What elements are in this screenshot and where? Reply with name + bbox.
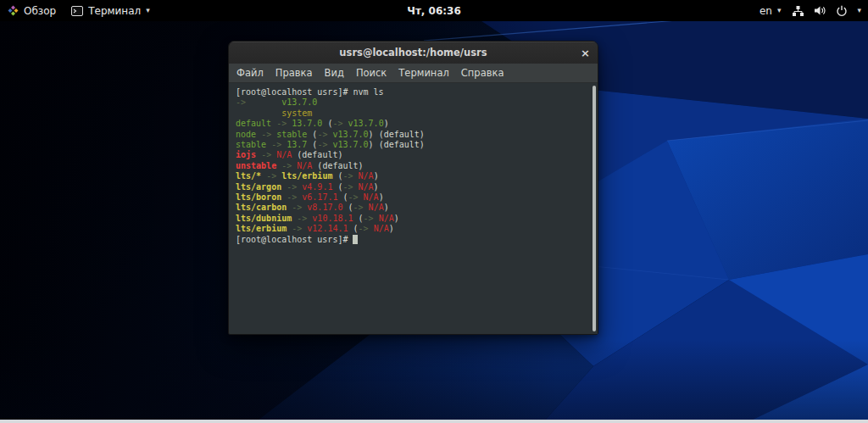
terminal-text-segment: v12.14.1	[307, 224, 348, 233]
terminal-text-segment: v13.7.0	[348, 119, 384, 128]
terminal-app-icon	[71, 6, 83, 16]
terminal-output: [root@localhost usrs]# nvm ls-> v13.7.0 …	[236, 87, 589, 245]
terminal-text-segment: [root@localhost usrs]# nvm ls	[236, 87, 384, 97]
chevron-down-icon: ▾	[777, 7, 782, 14]
power-icon	[836, 5, 848, 17]
terminal-text-segment: ) (default)	[369, 140, 425, 149]
scrollbar[interactable]	[593, 86, 596, 331]
terminal-line: lts/boron -> v6.17.1 (-> N/A)	[236, 192, 589, 203]
top-bar: Обзор Терминал ▾ Чт, 06:36 en ▾	[0, 0, 868, 21]
terminal-text-segment: ->	[359, 224, 369, 233]
menu-item-3[interactable]: Поиск	[350, 64, 392, 83]
terminal-text-segment: v13.7.0	[281, 97, 317, 107]
terminal-text-segment: )	[374, 182, 379, 192]
terminal-text-segment: N/A	[359, 171, 374, 181]
terminal-text-segment: [root@localhost usrs]#	[236, 235, 353, 244]
keyboard-layout-label: en	[760, 5, 772, 17]
window-titlebar[interactable]: usrs@localhost:/home/usrs ×	[229, 42, 598, 64]
terminal-line: iojs -> N/A (default)	[236, 150, 589, 160]
terminal-text-segment: lts/boron	[236, 192, 281, 202]
app-menu-terminal[interactable]: Терминал ▾	[71, 0, 150, 21]
screen-bottom-strip	[0, 420, 868, 423]
terminal-text-segment: (	[353, 214, 364, 223]
terminal-text-segment: (	[348, 224, 359, 233]
terminal-text-segment: (	[307, 140, 317, 149]
terminal-text-segment: default	[236, 119, 271, 128]
terminal-text-segment: lts/erbium	[281, 171, 332, 181]
terminal-content[interactable]: [root@localhost usrs]# nvm ls-> v13.7.0 …	[229, 83, 598, 334]
terminal-text-segment: v13.7.0	[332, 130, 368, 139]
terminal-text-segment: ->	[276, 119, 287, 128]
terminal-text-segment: ->	[266, 171, 276, 181]
terminal-text-segment: lts/*	[236, 171, 261, 181]
terminal-line: lts/dubnium -> v10.18.1 (-> N/A)	[236, 214, 589, 224]
chevron-down-icon: ▾	[857, 7, 861, 14]
terminal-text-segment: lts/dubnium	[236, 214, 292, 223]
terminal-text-segment: N/A	[276, 150, 292, 159]
close-button[interactable]: ×	[581, 42, 590, 64]
menu-item-2[interactable]: Вид	[319, 64, 350, 83]
terminal-text-segment: v4.9.1	[302, 182, 332, 192]
terminal-text-segment: stable	[236, 140, 266, 149]
terminal-text-segment: stable	[276, 130, 307, 139]
terminal-line: node -> stable (-> v13.7.0) (default)	[236, 130, 589, 140]
centos-logo-icon	[8, 5, 19, 16]
activities-label: Обзор	[24, 5, 56, 17]
chevron-down-icon: ▾	[146, 7, 150, 14]
terminal-text-segment: (	[322, 119, 332, 128]
terminal-text-segment: (	[307, 130, 317, 139]
terminal-text-segment: )	[384, 203, 389, 212]
activities-button[interactable]: Обзор	[8, 0, 56, 21]
terminal-line: lts/* -> lts/erbium (-> N/A)	[236, 171, 589, 181]
terminal-text-segment: (	[337, 192, 348, 202]
terminal-text-segment: (	[332, 182, 342, 192]
terminal-text-segment: v13.7.0	[332, 140, 368, 149]
keyboard-layout-indicator[interactable]: en ▾	[760, 0, 782, 21]
window-title: usrs@localhost:/home/usrs	[339, 47, 487, 58]
terminal-text-segment: ->	[317, 130, 327, 139]
menu-item-1[interactable]: Правка	[270, 64, 319, 83]
terminal-text-segment: ) (default)	[369, 130, 425, 139]
terminal-window: usrs@localhost:/home/usrs × ФайлПравкаВи…	[228, 41, 598, 335]
terminal-line: lts/carbon -> v8.17.0 (-> N/A)	[236, 203, 589, 213]
terminal-text-segment: system	[236, 109, 312, 118]
terminal-text-segment: v6.17.1	[302, 192, 337, 202]
terminal-text-segment: ->	[236, 97, 246, 107]
terminal-text-segment: ->	[292, 203, 302, 212]
terminal-text-segment: v10.18.1	[312, 214, 353, 223]
terminal-text-segment: N/A	[374, 224, 389, 233]
terminal-text-segment: N/A	[359, 182, 374, 192]
terminal-line: [root@localhost usrs]# nvm ls	[236, 87, 589, 97]
terminal-text-segment: ->	[287, 192, 297, 202]
terminal-text-segment: lts/argon	[236, 182, 281, 192]
terminal-text-segment: v8.17.0	[307, 203, 342, 212]
terminal-cursor	[353, 235, 358, 244]
terminal-text-segment: ->	[342, 182, 353, 192]
terminal-text-segment: ->	[348, 192, 359, 202]
menu-item-0[interactable]: Файл	[231, 64, 270, 83]
terminal-text-segment: N/A	[364, 192, 379, 202]
terminal-line: lts/erbium -> v12.14.1 (-> N/A)	[236, 224, 589, 234]
terminal-text-segment: 13.7.0	[292, 119, 322, 128]
terminal-text-segment: ->	[317, 140, 327, 149]
volume-icon	[814, 5, 826, 16]
terminal-line: [root@localhost usrs]#	[236, 235, 589, 245]
terminal-text-segment: lts/carbon	[236, 203, 287, 212]
system-menu[interactable]: ▾	[792, 0, 861, 21]
terminal-text-segment: ->	[281, 161, 292, 170]
app-menu-label: Терминал	[88, 5, 141, 17]
terminal-line: default -> 13.7.0 (-> v13.7.0)	[236, 119, 589, 129]
terminal-text-segment: N/A	[297, 161, 312, 170]
terminal-text-segment: ->	[271, 140, 281, 149]
terminal-text-segment: )	[384, 119, 389, 128]
terminal-text-segment: )	[389, 224, 394, 233]
network-wired-icon	[792, 5, 804, 17]
menu-item-4[interactable]: Терминал	[392, 64, 454, 83]
terminal-text-segment: )	[379, 192, 384, 202]
terminal-line: -> v13.7.0	[236, 97, 589, 108]
terminal-text-segment: ->	[261, 130, 271, 139]
terminal-text-segment: (	[342, 203, 353, 212]
terminal-line: system	[236, 109, 589, 119]
terminal-text-segment: unstable	[236, 161, 276, 170]
menu-item-5[interactable]: Справка	[455, 64, 510, 83]
